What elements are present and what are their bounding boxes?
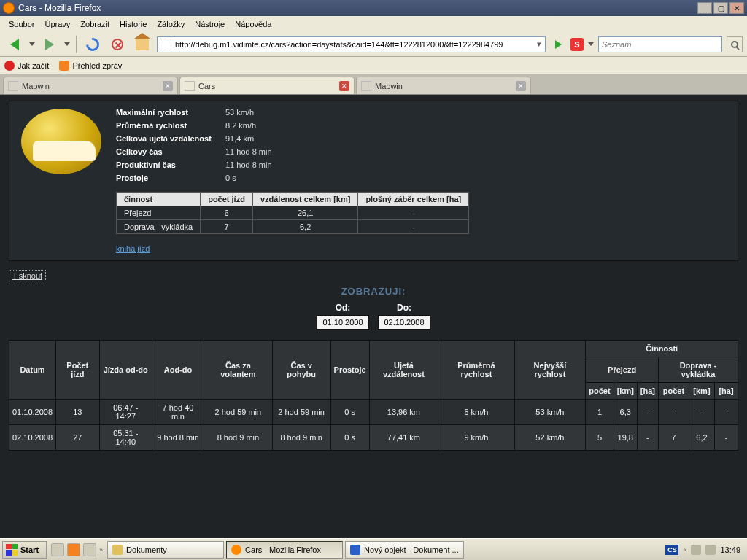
close-button[interactable]: ✕ [729, 2, 744, 14]
minimize-button[interactable]: _ [697, 2, 712, 14]
menu-history[interactable]: Historie [115, 18, 151, 30]
menu-help[interactable]: Nápověda [231, 18, 276, 30]
col-wheel: Čas za volantem [204, 341, 273, 400]
search-engine-icon[interactable]: S [570, 38, 584, 51]
windows-taskbar: Start » Dokumenty Cars - Mozilla Firefox… [0, 538, 747, 560]
col-aod: Aod-do [152, 341, 204, 400]
page-icon [8, 81, 18, 91]
col-activity: činnost [117, 192, 201, 206]
sub-count: počet [659, 383, 689, 400]
url-dropdown-icon[interactable]: ▾ [533, 39, 545, 49]
date-to-input[interactable] [378, 315, 430, 330]
bookmark-jak-zacit[interactable]: Jak začít [4, 61, 49, 71]
quicklaunch-icon[interactable] [67, 543, 80, 556]
search-button[interactable] [727, 36, 743, 52]
clock[interactable]: 13:49 [720, 545, 740, 554]
tab-bar: Mapwin✕ Cars✕ Mapwin✕ [0, 74, 747, 95]
sub-ha: [ha] [715, 383, 738, 400]
menu-edit[interactable]: Úpravy [40, 18, 74, 30]
total-time-label: Celkový čas [116, 147, 225, 156]
home-button[interactable] [132, 36, 152, 53]
firefox-icon [3, 2, 15, 14]
prod-time-label: Produktivní čas [116, 160, 225, 169]
magnify-icon [731, 41, 738, 48]
col-dist: Ujetá vzdálenost [369, 341, 438, 400]
taskbar-dokumenty[interactable]: Dokumenty [107, 541, 224, 559]
close-icon[interactable]: ✕ [339, 81, 349, 91]
window-titlebar: Cars - Mozilla Firefox _ ▢ ✕ [0, 0, 747, 16]
distance-value: 91,4 km [225, 134, 254, 143]
print-button[interactable]: Tisknout [9, 270, 46, 281]
daily-stats-table: Datum Počet jízd Jízda od-do Aod-do Čas … [9, 340, 738, 451]
windows-logo-icon [6, 544, 18, 556]
distance-label: Celková ujetá vzdálenost [116, 134, 225, 143]
url-bar[interactable]: ▾ [157, 36, 546, 52]
menu-bookmarks[interactable]: Záložky [152, 18, 189, 30]
table-row: Doprava - vykládka76,2- [117, 220, 469, 234]
table-row: 02.10.20082705:31 - 14:409 hod 8 min8 ho… [9, 425, 738, 451]
col-trips: Počet jízd [56, 341, 100, 400]
reload-button[interactable] [82, 36, 103, 53]
forward-dropdown-icon[interactable] [64, 42, 70, 47]
start-button[interactable]: Start [2, 541, 47, 559]
close-icon[interactable]: ✕ [516, 81, 526, 91]
activity-summary-table: činnost počet jízd vzdálenost celkem [km… [116, 192, 469, 234]
nav-toolbar: ▾ S [0, 32, 747, 57]
tab-mapwin-2[interactable]: Mapwin✕ [356, 77, 531, 94]
table-row: Přejezd626,1- [117, 206, 469, 220]
tray-chevron-icon[interactable]: « [683, 546, 686, 553]
col-idle: Prostoje [330, 341, 369, 400]
tray-icon[interactable] [705, 545, 716, 555]
bookmark-prehled-zprav[interactable]: Přehled zpráv [59, 61, 122, 71]
chevron-icon[interactable]: » [99, 546, 103, 553]
summary-panel: Maximální rychlost53 km/h Průměrná rychl… [9, 101, 738, 261]
date-to-label: Do: [378, 303, 430, 313]
total-time-value: 11 hod 8 min [225, 147, 272, 156]
tab-cars[interactable]: Cars✕ [179, 77, 355, 94]
link-kniha-jizd[interactable]: kniha jízd [116, 244, 150, 253]
sub-count: počet [586, 383, 614, 400]
search-box[interactable] [598, 36, 722, 52]
quicklaunch-icon[interactable] [83, 543, 96, 556]
showing-title: ZOBRAZUJI: [9, 286, 738, 297]
firefox-icon [231, 545, 241, 555]
idle-label: Prostoje [116, 174, 225, 182]
close-icon[interactable]: ✕ [163, 81, 173, 91]
forward-button[interactable] [39, 36, 60, 53]
favicon-icon [160, 39, 171, 50]
menu-tools[interactable]: Nástroje [190, 18, 229, 30]
sub-km: [km] [614, 383, 637, 400]
search-engine-dropdown-icon[interactable] [588, 42, 594, 47]
car-badge-icon [14, 106, 109, 179]
tab-mapwin-1[interactable]: Mapwin✕ [3, 77, 178, 94]
sub-ha: [ha] [637, 383, 658, 400]
back-button[interactable] [4, 36, 25, 53]
search-input[interactable] [599, 39, 721, 50]
language-indicator[interactable]: CS [665, 545, 678, 555]
sub-km: [km] [689, 383, 714, 400]
quicklaunch-icon[interactable] [51, 543, 64, 556]
url-input[interactable] [174, 39, 533, 50]
col-dist: vzdálenost celkem [km] [252, 192, 358, 206]
menu-file[interactable]: Soubor [4, 18, 39, 30]
stop-button[interactable] [107, 36, 128, 53]
page-content: Maximální rychlost53 km/h Průměrná rychl… [0, 95, 747, 538]
folder-icon [112, 545, 123, 555]
go-button[interactable] [550, 36, 566, 52]
back-dropdown-icon[interactable] [29, 42, 35, 47]
maximize-button[interactable]: ▢ [713, 2, 728, 14]
tray-icon[interactable] [691, 545, 701, 555]
menu-view[interactable]: Zobrazit [76, 18, 114, 30]
prod-time-value: 11 hod 8 min [225, 160, 272, 169]
date-from-label: Od: [317, 303, 369, 313]
taskbar-word[interactable]: Nový objekt - Dokument ... [345, 541, 464, 559]
date-from-input[interactable] [317, 315, 369, 330]
col-count: počet jízd [201, 192, 253, 206]
summary-stats: Maximální rychlost53 km/h Průměrná rychl… [116, 106, 272, 184]
col-avg: Průměrná rychlost [438, 341, 514, 400]
taskbar-firefox[interactable]: Cars - Mozilla Firefox [226, 541, 343, 559]
bookmarks-toolbar: Jak začít Přehled zpráv [0, 57, 747, 74]
word-icon [350, 545, 360, 555]
ladybug-icon [4, 61, 15, 71]
quick-launch: » [51, 543, 103, 556]
